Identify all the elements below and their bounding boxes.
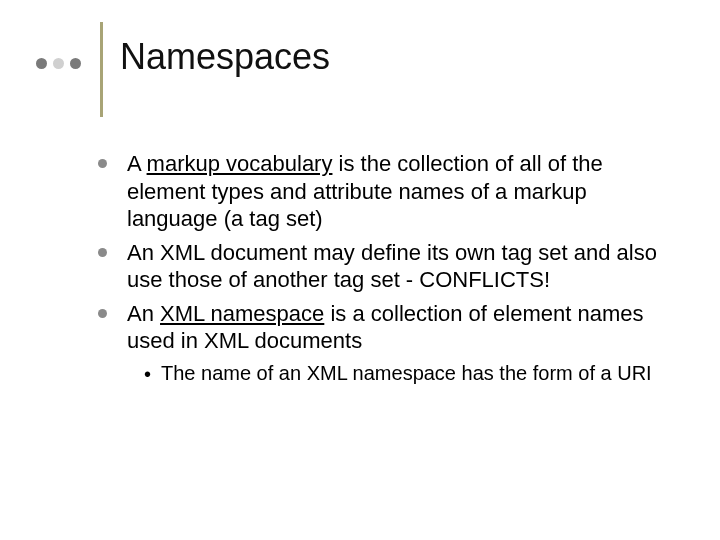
bullet-icon — [98, 159, 107, 168]
sub-bullet-text: The name of an XML namespace has the for… — [161, 361, 652, 386]
bullet-text: An XML document may define its own tag s… — [127, 239, 660, 294]
underlined-term: XML namespace — [160, 301, 324, 326]
dot-icon — [70, 58, 81, 69]
decorative-dots — [36, 58, 81, 69]
sub-list-item: • The name of an XML namespace has the f… — [144, 361, 660, 386]
text-pre: A — [127, 151, 147, 176]
slide: Namespaces A markup vocabulary is the co… — [0, 0, 720, 540]
list-item: An XML document may define its own tag s… — [100, 239, 660, 294]
dot-icon — [36, 58, 47, 69]
text-pre: An XML document may define its own tag s… — [127, 240, 657, 293]
list-item: A markup vocabulary is the collection of… — [100, 150, 660, 233]
list-item: An XML namespace is a collection of elem… — [100, 300, 660, 355]
bullet-icon — [98, 248, 107, 257]
bullet-text: An XML namespace is a collection of elem… — [127, 300, 660, 355]
vertical-accent-bar — [100, 22, 103, 117]
text-pre: An — [127, 301, 160, 326]
sub-list: • The name of an XML namespace has the f… — [144, 361, 660, 386]
content-area: A markup vocabulary is the collection of… — [100, 150, 660, 386]
dot-icon — [53, 58, 64, 69]
bullet-text: A markup vocabulary is the collection of… — [127, 150, 660, 233]
page-title: Namespaces — [120, 36, 330, 78]
bullet-icon — [98, 309, 107, 318]
underlined-term: markup vocabulary — [147, 151, 333, 176]
sub-bullet-icon: • — [144, 363, 151, 386]
